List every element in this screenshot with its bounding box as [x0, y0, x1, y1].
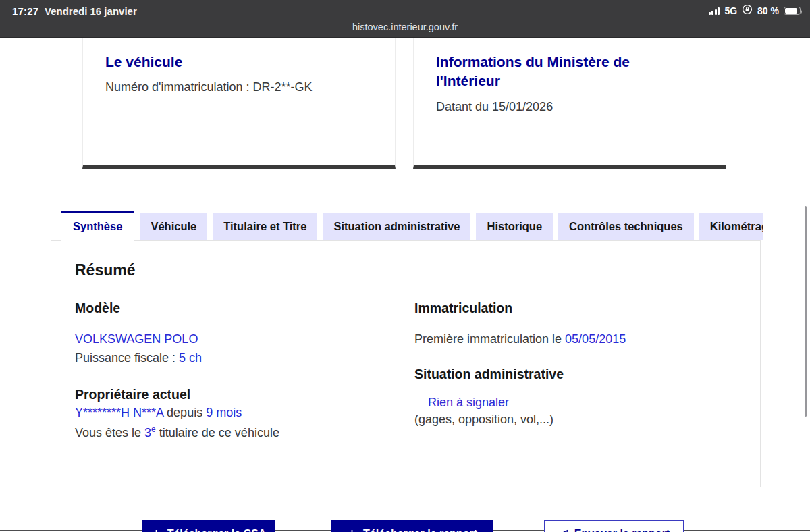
page-scrollbar-thumb[interactable] — [805, 206, 807, 417]
owner-line: Y********H N***A depuis 9 mois — [75, 406, 399, 420]
model-name: VOLKSWAGEN POLO — [75, 332, 399, 346]
ministry-card-title: Informations du Ministère de l'Intérieur — [436, 53, 666, 91]
rotation-lock-icon — [742, 4, 753, 18]
fiscal-power-label: Puissance fiscale : — [75, 351, 176, 365]
status-date: Vendredi 16 janvier — [45, 5, 137, 17]
owner-heading: Propriétaire actuel — [75, 387, 399, 402]
holder-prefix: Vous êtes le — [75, 426, 141, 440]
first-registration-date: 05/05/2015 — [565, 332, 626, 346]
download-csa-label: Télécharger le CSA — [167, 528, 267, 532]
battery-icon — [784, 7, 801, 15]
vehicle-card-body: Numéro d'immatriculation : DR-2**-GK — [105, 80, 373, 95]
owner-since-value: 9 mois — [206, 406, 242, 419]
battery-percent: 80 % — [757, 5, 779, 16]
vehicle-card-title: Le véhicule — [105, 53, 373, 72]
holder-rank-line: Vous êtes le 3e titulaire de ce véhicule — [75, 425, 399, 440]
download-report-button[interactable]: Télécharger le rapport — [331, 520, 493, 532]
vehicle-card: Le véhicule Numéro d'immatriculation : D… — [82, 38, 396, 169]
first-registration-label: Première immatriculation le — [414, 332, 562, 346]
registration-heading: Immatriculation — [414, 300, 738, 316]
summary-right-column: Immatriculation Première immatriculation… — [414, 300, 738, 427]
download-csa-button[interactable]: Télécharger le CSA — [142, 520, 275, 532]
download-icon — [151, 529, 161, 532]
tab-titulaire-et-titre[interactable]: Titulaire et Titre — [213, 213, 317, 240]
summary-heading: Résumé — [75, 261, 135, 280]
fiscal-power-value: 5 ch — [179, 351, 202, 365]
signal-bars-icon — [709, 7, 720, 15]
situation-note: (gages, opposition, vol,...) — [414, 413, 738, 427]
send-report-button[interactable]: Envoyer le rapport — [544, 520, 684, 532]
owner-masked-name: Y********H N***A — [75, 406, 163, 419]
owner-since-label: depuis — [167, 406, 202, 419]
tab-historique[interactable]: Historique — [476, 213, 553, 240]
address-bar[interactable]: histovec.interieur.gouv.fr — [0, 22, 810, 32]
holder-rank: 3e — [144, 426, 156, 440]
network-type: 5G — [724, 5, 737, 16]
fiscal-power-line: Puissance fiscale : 5 ch — [75, 351, 399, 365]
holder-suffix: titulaire de ce véhicule — [159, 426, 279, 440]
summary-left-column: Modèle VOLKSWAGEN POLO Puissance fiscale… — [75, 300, 399, 440]
first-registration-line: Première immatriculation le 05/05/2015 — [414, 332, 738, 346]
report-tabs: Synthèse Véhicule Titulaire et Titre Sit… — [61, 211, 763, 241]
send-report-label: Envoyer le rapport — [574, 528, 670, 532]
ios-status-bar: 17:27 Vendredi 16 janvier 5G 80 % histov… — [0, 0, 810, 38]
situation-status: Rien à signaler — [428, 396, 738, 410]
clock: 17:27 — [12, 5, 38, 17]
ministry-card-body: Datant du 15/01/2026 — [436, 100, 703, 114]
situation-heading: Situation administrative — [414, 367, 738, 382]
status-icons: 5G 80 % — [709, 5, 801, 17]
download-report-label: Télécharger le rapport — [363, 528, 477, 532]
tab-kilometrage[interactable]: Kilométrage — [699, 213, 763, 240]
download-icon — [347, 529, 357, 532]
ministry-card: Informations du Ministère de l'Intérieur… — [413, 38, 726, 169]
tab-situation-administrative[interactable]: Situation administrative — [323, 213, 470, 240]
tab-synthese[interactable]: Synthèse — [61, 211, 134, 241]
model-heading: Modèle — [75, 300, 399, 316]
send-icon — [558, 529, 568, 532]
synthese-panel: Résumé Modèle VOLKSWAGEN POLO Puissance … — [51, 240, 761, 487]
tab-vehicule[interactable]: Véhicule — [140, 213, 207, 240]
tab-controles-techniques[interactable]: Contrôles techniques — [558, 213, 694, 240]
